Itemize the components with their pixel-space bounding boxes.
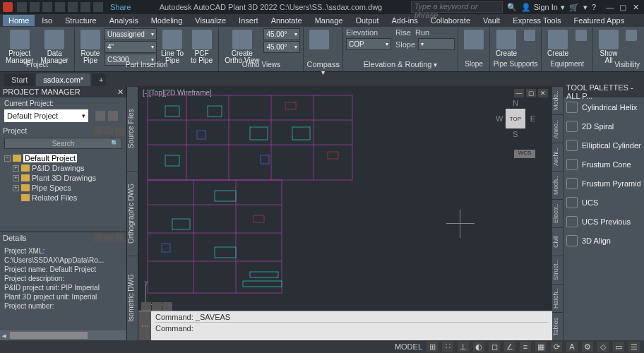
clean-icon[interactable]: ▭ [613,342,624,352]
ptab-elec[interactable]: Electr.. [552,199,563,227]
pm-tool-icon[interactable] [95,111,105,121]
tool-frustum-pyramid[interactable]: Frustum Pyramid [564,174,644,193]
layer-combo[interactable]: Unassigned [105,28,157,40]
polar-icon[interactable]: ◐ [473,342,484,352]
ptab-civil[interactable]: Civil [552,227,563,256]
tab-iso[interactable]: Iso [36,15,58,26]
pm-tool-icon[interactable] [108,111,118,121]
lweight-icon[interactable]: ≡ [520,342,531,352]
tab-collaborate[interactable]: Collaborate [425,15,476,26]
anno-icon[interactable]: A [566,342,578,352]
project-combo[interactable]: Default Project [4,109,88,122]
layout-tabs[interactable] [141,302,172,311]
tab-manage[interactable]: Manage [309,15,349,26]
ortho-angle2[interactable]: 45.00° [263,41,300,53]
app-switcher-icon[interactable]: ▾ [583,3,588,12]
command-line[interactable]: ⋮ Command: _SAVEAS Command: [138,311,552,340]
ptab-mode[interactable]: Mode.. [552,86,563,114]
cart-icon[interactable]: 🛒 [569,3,579,12]
vtab-source[interactable]: Source Files [127,86,138,171]
refresh-icon[interactable] [94,126,102,135]
app-icon [3,2,13,12]
tool-frustum-cone[interactable]: Frustum Cone [564,155,644,174]
grid-icon[interactable]: ⊞ [427,342,438,352]
tab-file[interactable]: ssdax.com* [36,73,90,86]
tool-ucs-prev[interactable]: UCS Previous [564,212,644,231]
otrack-icon[interactable]: ∠ [504,342,515,352]
svg-rect-28 [254,215,264,222]
tool-ucs[interactable]: UCS [564,193,644,212]
ptab-archi[interactable]: Archi.. [552,143,563,171]
share-button[interactable]: Share [110,3,131,11]
vp-min-icon[interactable]: — [514,89,524,97]
scrollbar[interactable]: ◂ [0,330,126,340]
pm-header[interactable]: PROJECT MANAGER✕ [0,86,126,97]
gear-icon[interactable]: ⚙ [582,342,593,352]
cmd-handle[interactable]: ⋮ [138,311,151,340]
vp-close-icon[interactable]: ✕ [538,89,548,97]
size-combo[interactable]: 4" [105,41,157,53]
tool-3d-align[interactable]: 3D Align [564,231,644,250]
group-equipment: Create Equipment [542,27,593,71]
tab-visualize[interactable]: Visualize [189,15,232,26]
signin-button[interactable]: 👤Sign In▾ [521,3,565,12]
cop-combo[interactable]: COP [346,38,391,50]
tab-start[interactable]: Start [4,73,35,86]
model-button[interactable]: MODEL [395,342,422,351]
tab-addins[interactable]: Add-ins [386,15,423,26]
ptab-tables[interactable]: Tables [552,312,563,340]
create-equipment-button[interactable]: Create [544,28,571,59]
ortho-angle1[interactable]: 45.00° [263,28,300,40]
wcs-badge[interactable]: WCS [514,150,535,158]
vp-max-icon[interactable]: ▢ [526,89,536,97]
viewcube[interactable]: NSWE TOP [496,99,535,138]
slope-input[interactable] [418,38,455,50]
palette-header[interactable]: TOOL PALETTES - ALL P... [564,86,644,97]
close-icon[interactable]: ✕ [117,88,124,97]
custom-icon[interactable]: ☰ [628,342,640,352]
tool-2d-spiral[interactable]: 2D Spiral [564,116,644,136]
vtab-iso[interactable]: Isometric DWG [127,256,138,340]
ptab-struct[interactable]: Struct.. [552,256,563,284]
svg-rect-16 [292,127,310,140]
create-support-button[interactable]: Create [493,28,520,59]
tab-modeling[interactable]: Modeling [145,15,189,26]
tab-insert[interactable]: Insert [233,15,264,26]
slope-button[interactable] [461,28,487,51]
ortho-icon[interactable]: ⊥ [458,342,469,352]
help-icon[interactable]: ? [592,3,596,11]
tool-cyl-helix[interactable]: Cylindrical Helix [564,97,644,116]
search-icon[interactable]: 🔍 [507,3,517,12]
ptab-hatch[interactable]: Hatch.. [552,284,563,312]
cmd-prompt[interactable]: Command: [155,322,548,333]
tab-home[interactable]: Home [3,15,35,26]
help-search[interactable]: Type a keyword or phrase [411,1,503,13]
cycle-icon[interactable]: ⟳ [551,342,562,352]
tab-annotate[interactable]: Annotate [266,15,308,26]
trans-icon[interactable]: ▦ [535,342,547,352]
drawing-canvas[interactable]: [-][Top][2D Wireframe] —▢✕ NSWE TOP WCS … [138,86,552,340]
tab-vault[interactable]: Vault [477,15,506,26]
compass-button[interactable] [306,28,332,51]
osnap-icon[interactable]: ◻ [489,342,500,352]
new-tab-button[interactable]: + [92,73,106,86]
restore-button[interactable]: ▢ [617,2,628,12]
iso-icon[interactable]: ◇ [597,342,609,352]
tab-output[interactable]: Output [350,15,384,26]
close-button[interactable]: ✕ [630,2,641,12]
ptab-mech[interactable]: Mech.. [552,171,563,199]
ptab-anno[interactable]: Anno.. [552,114,563,143]
tab-analysis[interactable]: Analysis [104,15,144,26]
minimize-button[interactable]: — [604,2,616,12]
tab-express[interactable]: Express Tools [507,15,566,26]
project-tree[interactable]: −Default Project +P&ID Drawings +Plant 3… [0,150,126,232]
tool-ell-cylinder[interactable]: Elliptical Cylinder [564,136,644,155]
search-icon[interactable] [115,126,124,135]
snap-icon[interactable]: ∷ [442,342,453,352]
tab-featured[interactable]: Featured Apps [568,15,631,26]
vtab-ortho[interactable]: Orthographic DWG [127,171,138,256]
quick-access-toolbar[interactable] [17,2,103,12]
tab-structure[interactable]: Structure [59,15,102,26]
project-search[interactable]: Search [4,138,122,149]
filter-icon[interactable] [105,126,113,135]
